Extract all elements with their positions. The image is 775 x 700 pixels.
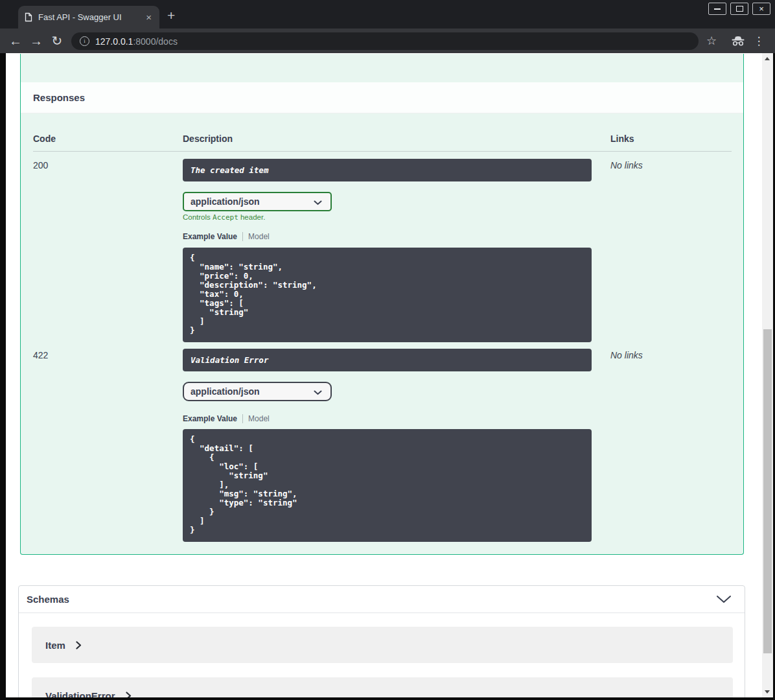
scroll-down-icon[interactable] <box>765 690 770 694</box>
url-bar[interactable]: i 127.0.0.1 :8000/docs <box>71 32 699 50</box>
close-button[interactable]: × <box>752 3 770 15</box>
tab-model[interactable]: Model <box>248 232 270 241</box>
scrollbar-thumb[interactable] <box>763 329 772 653</box>
swagger-page: Responses Code Description Links 200 The… <box>6 53 762 697</box>
browser-toolbar: ← → ↻ i 127.0.0.1 :8000/docs ☆ ⋮ <box>0 29 775 53</box>
back-icon[interactable]: ← <box>5 29 26 53</box>
response-description-box: Validation Error <box>183 349 592 371</box>
example-json-200: { "name": "string", "price": 0, "descrip… <box>183 248 592 342</box>
schema-item-row[interactable]: Item <box>32 627 733 663</box>
tab-example-value[interactable]: Example Value <box>183 232 237 241</box>
minimize-icon <box>714 8 721 10</box>
response-links: No links <box>610 160 643 170</box>
chevron-down-icon[interactable] <box>716 595 732 604</box>
response-links: No links <box>610 350 643 360</box>
schema-name: ValidationError <box>45 690 115 698</box>
browser-tab-strip: Fast API - Swagger UI × + × <box>0 0 775 29</box>
tab-model[interactable]: Model <box>248 414 270 423</box>
schemas-title: Schemas <box>27 594 69 605</box>
chevron-right-icon <box>76 641 82 649</box>
window-controls: × <box>708 3 770 15</box>
bookmark-star-icon[interactable]: ☆ <box>703 29 720 53</box>
response-code: 422 <box>33 350 48 360</box>
browser-tab[interactable]: Fast API - Swagger UI × <box>18 6 159 29</box>
example-model-tabs: Example Value Model <box>183 414 270 424</box>
page-icon <box>25 12 32 22</box>
browser-menu-icon[interactable]: ⋮ <box>750 29 767 53</box>
schema-validationerror-row[interactable]: ValidationError <box>32 677 733 697</box>
response-code: 200 <box>33 160 48 170</box>
example-json-422: { "detail": [ { "loc": [ "string" ], "ms… <box>183 429 592 542</box>
media-type-select[interactable]: application/json <box>183 382 332 401</box>
incognito-icon <box>730 29 746 53</box>
response-row-422: 422 Validation Error application/json Ex… <box>21 345 743 552</box>
maximize-icon <box>736 6 743 12</box>
chevron-down-icon <box>314 390 322 395</box>
tab-close-icon[interactable]: × <box>145 12 153 22</box>
browser-window: Fast API - Swagger UI × + × ← → ↻ i 127.… <box>0 0 775 700</box>
tab-example-value[interactable]: Example Value <box>183 414 237 423</box>
reload-icon[interactable]: ↻ <box>47 29 67 53</box>
schemas-header[interactable]: Schemas <box>19 586 745 613</box>
tab-title: Fast API - Swagger UI <box>38 12 145 22</box>
controls-accept-note: Controls Accept header. <box>183 213 265 222</box>
schema-name: Item <box>45 640 65 651</box>
opblock-responses-section: Responses Code Description Links 200 The… <box>20 54 744 555</box>
new-tab-button[interactable]: + <box>167 8 175 23</box>
tab-separator <box>242 414 243 423</box>
page-scrollbar[interactable] <box>762 53 773 697</box>
scroll-up-icon[interactable] <box>765 57 770 60</box>
response-description-box: The created item <box>183 159 592 181</box>
schemas-section: Schemas Item ValidationError <box>18 585 745 697</box>
table-divider <box>33 151 732 152</box>
url-host: 127.0.0.1 <box>95 36 133 47</box>
maximize-button[interactable] <box>730 3 748 15</box>
column-header-links: Links <box>610 134 634 144</box>
response-row-200: 200 The created item application/json Co… <box>21 156 743 345</box>
forward-icon[interactable]: → <box>26 29 47 53</box>
responses-header: Responses <box>21 82 743 113</box>
column-header-description: Description <box>183 134 233 144</box>
url-path: :8000/docs <box>133 36 178 47</box>
column-header-code: Code <box>33 134 56 144</box>
media-type-select[interactable]: application/json <box>183 192 332 211</box>
chevron-down-icon <box>314 200 322 205</box>
example-model-tabs: Example Value Model <box>183 231 270 242</box>
responses-title: Responses <box>33 92 85 103</box>
responses-table-header: Code Description Links <box>21 134 743 145</box>
chevron-right-icon <box>126 692 132 698</box>
minimize-button[interactable] <box>708 3 726 15</box>
site-info-icon[interactable]: i <box>80 36 89 46</box>
tab-separator <box>242 232 243 241</box>
